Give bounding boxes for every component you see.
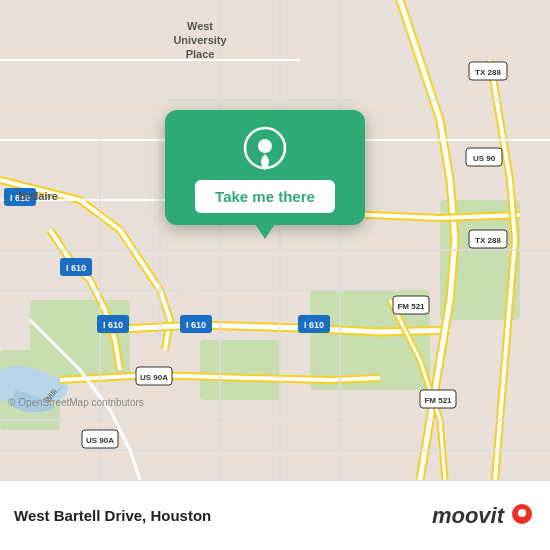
- svg-text:West: West: [187, 20, 213, 32]
- moovit-text: moovit: [432, 503, 504, 529]
- popup-card: Take me there: [165, 110, 365, 225]
- location-name: West Bartell Drive, Houston: [14, 507, 211, 524]
- svg-text:FM 521: FM 521: [397, 302, 425, 311]
- svg-text:University: University: [173, 34, 227, 46]
- svg-text:I 610: I 610: [66, 263, 86, 273]
- bottom-bar: West Bartell Drive, Houston moovit: [0, 480, 550, 550]
- map-svg: I 610 I 610 I 610 I 610 I 610 US 90A US …: [0, 0, 550, 480]
- svg-text:I 610: I 610: [304, 320, 324, 330]
- osm-attribution: © OpenStreetMap contributors: [8, 397, 144, 408]
- svg-text:TX 288: TX 288: [475, 236, 501, 245]
- take-me-there-button[interactable]: Take me there: [195, 180, 335, 213]
- svg-text:TX 288: TX 288: [475, 68, 501, 77]
- location-pin-icon: [243, 126, 287, 170]
- svg-rect-5: [200, 340, 280, 400]
- svg-point-52: [258, 139, 272, 153]
- moovit-pin-icon: [508, 502, 536, 530]
- location-info: West Bartell Drive, Houston: [14, 507, 211, 524]
- svg-text:US 90A: US 90A: [86, 436, 114, 445]
- svg-text:US 90A: US 90A: [140, 373, 168, 382]
- svg-text:US 90: US 90: [473, 154, 496, 163]
- moovit-logo: moovit: [432, 502, 536, 530]
- map-container: I 610 I 610 I 610 I 610 I 610 US 90A US …: [0, 0, 550, 480]
- svg-point-54: [518, 509, 526, 517]
- svg-text:FM 521: FM 521: [424, 396, 452, 405]
- svg-text:I 610: I 610: [103, 320, 123, 330]
- svg-text:I 610: I 610: [186, 320, 206, 330]
- svg-text:Bellaire: Bellaire: [18, 190, 58, 202]
- svg-text:Place: Place: [186, 48, 215, 60]
